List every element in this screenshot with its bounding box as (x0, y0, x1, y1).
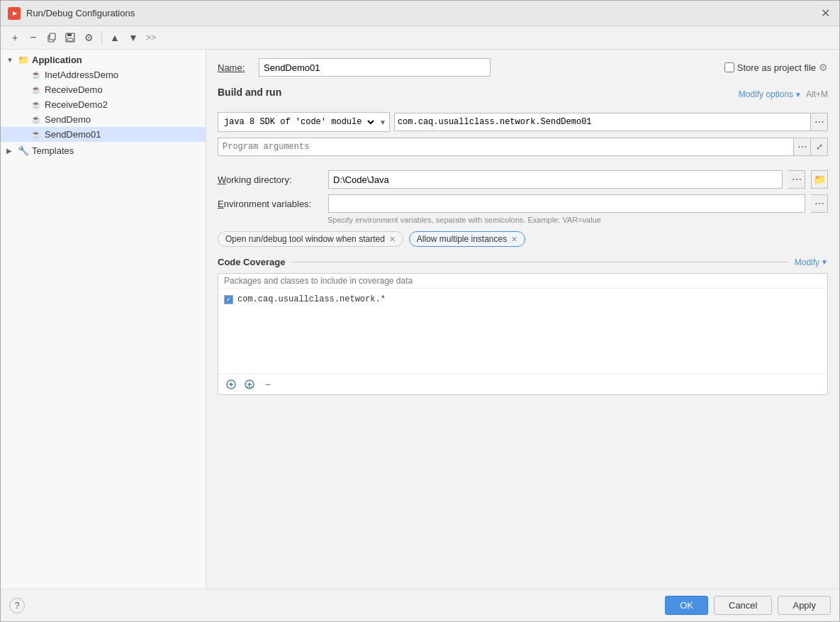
main-class-wrap: ⋯ (394, 113, 828, 131)
tag-multiple-label: Allow multiple instances (417, 234, 507, 244)
add-coverage-btn[interactable] (224, 377, 238, 391)
env-vars-action-btn[interactable]: ⋯ (811, 194, 828, 213)
tag-multiple-instances: Allow multiple instances ✕ (409, 231, 525, 247)
working-dir-row: Working directory: ⋯ 📁 (218, 170, 828, 189)
java-icon-2: ☕ (30, 85, 42, 94)
modify-label: Modify (795, 257, 819, 267)
packages-label: Packages and classes to include in cover… (218, 274, 827, 289)
working-dir-label: Working directory: (218, 174, 323, 185)
tree-item-inetaddressdemo[interactable]: ☕ InetAddressDemo (1, 67, 206, 82)
remove-coverage-btn[interactable]: − (261, 377, 275, 391)
cancel-button[interactable]: Cancel (714, 596, 772, 615)
program-args-wrap: ⋯ ⤢ (218, 138, 828, 156)
name-label: Name: (218, 62, 253, 73)
svg-rect-3 (50, 33, 55, 40)
tag-multiple-close[interactable]: ✕ (511, 235, 517, 244)
tag-open-window-label: Open run/debug tool window when started (225, 234, 385, 244)
coverage-box: Packages and classes to include in cover… (218, 273, 828, 395)
move-up-button[interactable]: ▲ (106, 29, 123, 46)
close-button[interactable]: ✕ (818, 6, 832, 21)
divider-line (291, 262, 788, 262)
store-project-row: Store as project file ⚙ (724, 62, 828, 73)
dialog-icon (8, 7, 21, 20)
sdk-main-class-row: java 8 SDK of 'code' module ▼ ⋯ (218, 112, 828, 132)
main-class-action-btn[interactable]: ⋯ (811, 113, 828, 131)
modify-chevron-icon: ▼ (821, 258, 828, 266)
working-dir-file-btn[interactable]: ⋯ (788, 170, 805, 189)
move-down-button[interactable]: ▼ (125, 29, 142, 46)
save-button[interactable] (62, 29, 79, 46)
sdk-dropdown-arrow: ▼ (376, 118, 389, 126)
sdk-select[interactable]: java 8 SDK of 'code' module (218, 113, 376, 131)
settings-button[interactable]: ⚙ (80, 29, 97, 46)
program-args-action-btn[interactable]: ⋯ (794, 138, 811, 156)
bottom-buttons: OK Cancel Apply (665, 596, 831, 615)
add-pattern-btn[interactable] (242, 377, 257, 391)
toolbar: + − ⚙ ▲ ▼ >> (1, 26, 839, 50)
run-debug-dialog: Run/Debug Configurations ✕ + − ⚙ ▲ ▼ >> … (0, 0, 840, 622)
copy-button[interactable] (43, 29, 60, 46)
help-button[interactable]: ? (9, 598, 25, 613)
tree-item-senddemo01[interactable]: ☕ SendDemo01 (1, 127, 206, 142)
tags-row: Open run/debug tool window when started … (218, 231, 828, 247)
svg-rect-5 (67, 33, 72, 36)
coverage-item-label: com.caq.usuallclass.network.* (237, 294, 386, 304)
modify-options-label: Modify options (739, 89, 793, 99)
program-args-expand-btn[interactable]: ⤢ (811, 138, 828, 156)
java-icon-1: ☕ (30, 70, 42, 79)
sdk-dropdown-wrap: java 8 SDK of 'code' module ▼ (218, 112, 390, 132)
more-button[interactable]: >> (143, 31, 159, 44)
toolbar-sep-1 (101, 30, 102, 45)
right-panel: Name: Store as project file ⚙ Build and … (206, 50, 839, 589)
tree-item-receivedemo[interactable]: ☕ ReceiveDemo (1, 82, 206, 97)
bottom-bar: ? OK Cancel Apply (1, 589, 839, 621)
coverage-item-1: ✓ com.caq.usuallclass.network.* (224, 293, 822, 306)
env-vars-row: Environment variables: ⋯ (218, 194, 828, 213)
tree-label-receivedemo2: ReceiveDemo2 (45, 99, 108, 110)
name-input[interactable] (259, 58, 491, 77)
coverage-checkbox-1[interactable]: ✓ (224, 295, 233, 304)
program-args-row: ⋯ ⤢ (218, 138, 828, 156)
templates-arrow: ▶ (6, 147, 15, 155)
java-icon-3: ☕ (30, 100, 42, 109)
help-label: ? (15, 601, 20, 611)
ok-button[interactable]: OK (665, 596, 708, 615)
working-dir-folder-btn[interactable]: 📁 (811, 170, 828, 189)
build-run-header-row: Build and run Modify options ▼ Alt+M (218, 84, 828, 105)
code-coverage-label: Code Coverage (218, 257, 285, 267)
java-icon-5: ☕ (30, 130, 42, 139)
svg-rect-6 (67, 38, 73, 41)
tree-label-receivedemo: ReceiveDemo (45, 84, 103, 95)
store-project-settings-icon[interactable]: ⚙ (819, 62, 828, 73)
working-dir-input[interactable] (328, 170, 783, 189)
content-area: ▼ 📁 Application ☕ InetAddressDemo ☕ Rece… (1, 50, 839, 589)
tag-open-window-close[interactable]: ✕ (389, 235, 396, 244)
coverage-toolbar: − (218, 374, 827, 394)
apply-button[interactable]: Apply (778, 596, 831, 615)
add-button[interactable]: + (6, 29, 23, 46)
tree-item-senddemo[interactable]: ☕ SendDemo (1, 112, 206, 127)
store-project-checkbox[interactable] (724, 62, 734, 72)
env-vars-input[interactable] (328, 194, 805, 213)
left-panel: ▼ 📁 Application ☕ InetAddressDemo ☕ Rece… (1, 50, 206, 589)
remove-button[interactable]: − (25, 29, 42, 46)
tree-label-inetaddressdemo: InetAddressDemo (45, 70, 118, 80)
tree-item-receivedemo2[interactable]: ☕ ReceiveDemo2 (1, 97, 206, 112)
group-arrow: ▼ (6, 56, 15, 64)
main-class-input[interactable] (394, 113, 811, 131)
templates-group[interactable]: ▶ 🔧 Templates (1, 143, 206, 158)
program-args-input[interactable] (218, 138, 794, 156)
title-bar: Run/Debug Configurations ✕ (1, 1, 839, 26)
tree-label-senddemo01: SendDemo01 (45, 129, 101, 140)
tag-open-window: Open run/debug tool window when started … (218, 231, 403, 247)
java-icon-4: ☕ (30, 115, 42, 124)
templates-label: Templates (32, 145, 74, 156)
modify-coverage-btn[interactable]: Modify ▼ (795, 257, 828, 267)
application-group[interactable]: ▼ 📁 Application (1, 52, 206, 67)
code-coverage-divider: Code Coverage Modify ▼ (218, 257, 828, 267)
coverage-list: ✓ com.caq.usuallclass.network.* (218, 289, 827, 374)
build-run-label: Build and run (218, 87, 281, 98)
chevron-down-icon: ▼ (795, 91, 802, 99)
modify-options-link[interactable]: Modify options ▼ Alt+M (739, 89, 828, 99)
modify-options-shortcut: Alt+M (806, 89, 828, 99)
